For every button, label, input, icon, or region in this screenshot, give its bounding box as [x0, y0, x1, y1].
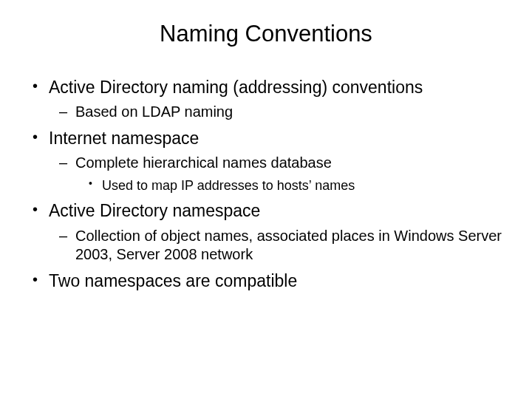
bullet-text: Complete hierarchical names database	[75, 154, 332, 171]
list-item: Active Directory namespace Collection of…	[30, 200, 502, 265]
sub-list: Based on LDAP naming	[59, 103, 502, 122]
slide-title: Naming Conventions	[30, 21, 502, 47]
bullet-text: Active Directory naming (addressing) con…	[49, 78, 423, 97]
bullet-text: Based on LDAP naming	[75, 103, 233, 120]
list-item: Used to map IP addresses to hosts’ names	[89, 177, 502, 194]
list-item: Based on LDAP naming	[59, 103, 502, 122]
list-item: Active Directory naming (addressing) con…	[30, 77, 502, 122]
list-item: Complete hierarchical names database Use…	[59, 154, 502, 194]
bullet-text: Two namespaces are compatible	[49, 271, 297, 290]
sub-list: Collection of object names, associated p…	[59, 227, 502, 265]
sub-sub-list: Used to map IP addresses to hosts’ names	[89, 177, 502, 194]
list-item: Internet namespace Complete hierarchical…	[30, 128, 502, 194]
sub-list: Complete hierarchical names database Use…	[59, 154, 502, 194]
list-item: Two namespaces are compatible	[30, 270, 502, 292]
bullet-text: Used to map IP addresses to hosts’ names	[102, 178, 355, 193]
bullet-text: Internet namespace	[49, 129, 199, 148]
bullet-text: Collection of object names, associated p…	[75, 228, 502, 263]
list-item: Collection of object names, associated p…	[59, 227, 502, 265]
bullet-text: Active Directory namespace	[49, 201, 260, 220]
bullet-list: Active Directory naming (addressing) con…	[30, 77, 502, 292]
slide: Naming Conventions Active Directory nami…	[0, 0, 532, 399]
